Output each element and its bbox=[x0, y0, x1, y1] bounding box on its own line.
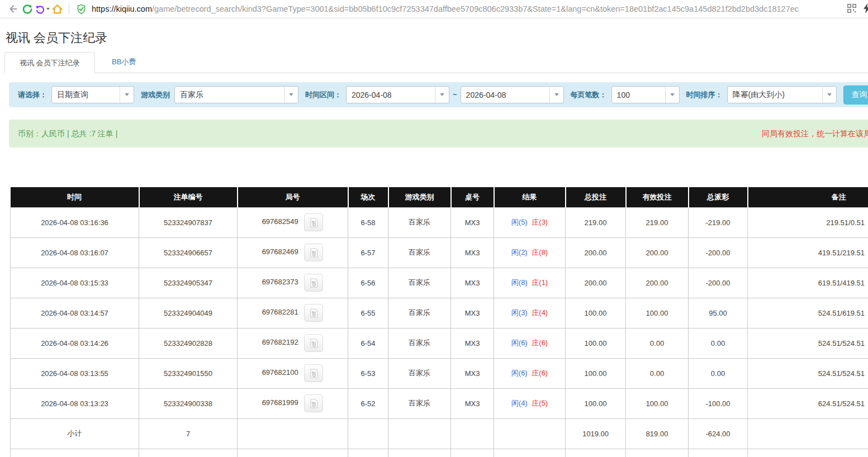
date-to-input[interactable]: 2026-04-08 bbox=[461, 86, 564, 103]
sum-total-bet: 1019.00 bbox=[566, 449, 626, 457]
cell-total-bet[interactable]: 100.00 bbox=[566, 328, 626, 358]
game-type-select[interactable]: 百家乐 bbox=[174, 86, 298, 103]
cell-remark: 219.51/0.51 bbox=[748, 207, 868, 237]
search-button[interactable]: 查询 bbox=[843, 85, 868, 104]
result-player: 闲(8) bbox=[511, 278, 528, 287]
sum-valid-bet: 819.00 bbox=[626, 449, 689, 457]
video-replay-button[interactable] bbox=[304, 394, 323, 412]
cell-valid-bet: 0.00 bbox=[626, 328, 689, 358]
back-icon[interactable] bbox=[6, 2, 20, 16]
tab-bb-tip[interactable]: BB小费 bbox=[97, 51, 150, 73]
chevron-down-icon[interactable] bbox=[822, 87, 836, 103]
header-round-id: 局号 bbox=[238, 187, 348, 207]
game-type-value: 百家乐 bbox=[175, 87, 284, 103]
video-replay-button[interactable] bbox=[304, 364, 323, 382]
cell-bet-id: 523324902828 bbox=[139, 328, 238, 358]
cell-payout: 0.00 bbox=[689, 328, 748, 358]
security-shield-icon[interactable] bbox=[74, 2, 88, 16]
cell-game-type: 百家乐 bbox=[388, 358, 451, 388]
cell-total-bet[interactable]: 219.00 bbox=[566, 207, 626, 237]
result-player: 闲(2) bbox=[511, 248, 528, 256]
page-size-value: 100 bbox=[612, 87, 665, 103]
video-replay-button[interactable] bbox=[304, 334, 323, 352]
video-replay-button[interactable] bbox=[304, 244, 323, 261]
toolbar-right-icons bbox=[847, 0, 868, 18]
cell-round-id: 697681999 bbox=[238, 388, 348, 418]
cell-bet-id: 523324905347 bbox=[139, 268, 238, 298]
result-player: 闲(5) bbox=[511, 218, 528, 226]
cell-bet-id: 523324900338 bbox=[139, 388, 238, 418]
cell-table-no: MX3 bbox=[451, 388, 494, 418]
chevron-down-icon[interactable] bbox=[435, 87, 449, 103]
cell-remark: 619.51/419.51 bbox=[748, 268, 868, 298]
table-row: 2026-04-08 03:13:55 523324901550 6976821… bbox=[11, 358, 868, 388]
cell-payout: -219.00 bbox=[689, 207, 748, 237]
video-replay-button[interactable] bbox=[304, 213, 323, 231]
cell-session: 6-55 bbox=[348, 298, 388, 328]
chevron-down-icon[interactable] bbox=[549, 87, 563, 103]
cell-table-no: MX3 bbox=[451, 298, 494, 328]
sum-count: 7 bbox=[139, 449, 238, 457]
video-replay-button[interactable] bbox=[304, 304, 323, 322]
result-player: 闲(4) bbox=[511, 399, 528, 407]
cell-total-bet[interactable]: 100.00 bbox=[566, 388, 626, 418]
sort-order-select[interactable]: 降幂(由大到小) bbox=[727, 86, 837, 103]
cell-total-bet[interactable]: 100.00 bbox=[566, 298, 626, 328]
browser-toolbar: https://kiqiiu.com/game/betrecord_search… bbox=[0, 0, 868, 18]
chevron-down-icon[interactable] bbox=[120, 87, 134, 103]
cell-game-type: 百家乐 bbox=[388, 268, 451, 298]
video-replay-button[interactable] bbox=[304, 274, 323, 292]
tab-label: 视讯 会员下注纪录 bbox=[20, 59, 80, 67]
cell-session: 6-54 bbox=[348, 328, 388, 358]
undo-icon[interactable] bbox=[35, 4, 50, 15]
cell-result: 闲(4) 庄(5) bbox=[494, 388, 566, 418]
chevron-down-icon[interactable] bbox=[284, 87, 298, 103]
cell-result: 闲(2) 庄(8) bbox=[494, 237, 566, 268]
address-bar[interactable]: https://kiqiiu.com/game/betrecord_search… bbox=[92, 4, 799, 13]
cell-result: 闲(3) 庄(4) bbox=[494, 298, 566, 328]
table-row: 2026-04-08 03:15:33 523324905347 6976823… bbox=[11, 268, 868, 298]
sum-valid-bet: 819.00 bbox=[626, 418, 689, 449]
cell-session: 6-56 bbox=[348, 268, 388, 298]
sum-empty bbox=[238, 449, 348, 457]
query-type-value: 日期查询 bbox=[52, 87, 120, 103]
date-from-value: 2026-04-08 bbox=[347, 87, 435, 103]
sum-empty bbox=[348, 418, 388, 449]
page-size-select[interactable]: 100 bbox=[611, 86, 680, 103]
date-from-input[interactable]: 2026-04-08 bbox=[346, 86, 449, 103]
table-header: 时间 注单编号 局号 场次 游戏类别 桌号 结果 总投注 有效投注 总派彩 备注 bbox=[11, 187, 868, 207]
cell-round-id: 697682469 bbox=[238, 237, 348, 268]
cell-bet-id: 523324906657 bbox=[139, 237, 238, 268]
result-banker: 庄(1) bbox=[532, 278, 548, 287]
tab-bet-records[interactable]: 视讯 会员下注纪录 bbox=[4, 52, 95, 74]
cell-game-type: 百家乐 bbox=[388, 207, 451, 237]
result-banker: 庄(6) bbox=[532, 369, 548, 377]
result-banker: 庄(3) bbox=[532, 218, 548, 226]
sum-empty bbox=[238, 418, 348, 449]
cell-total-bet[interactable]: 100.00 bbox=[566, 358, 626, 388]
sum-empty bbox=[388, 449, 451, 457]
sum-payout: -624.00 bbox=[689, 449, 748, 457]
cell-remark: 419.51/219.51 bbox=[748, 237, 868, 268]
cell-total-bet[interactable]: 200.00 bbox=[566, 237, 626, 268]
cell-total-bet[interactable]: 200.00 bbox=[566, 268, 626, 298]
game-type-label: 游戏类别 bbox=[141, 90, 170, 100]
cell-remark: 524.51/524.51 bbox=[748, 328, 868, 358]
query-type-select[interactable]: 日期查询 bbox=[51, 86, 134, 103]
notice-text: 同局有效投注，统一计算在该局 bbox=[762, 120, 868, 147]
home-icon[interactable] bbox=[50, 2, 64, 16]
chevron-down-icon[interactable] bbox=[665, 87, 679, 103]
table-body: 2026-04-08 03:16:36 523324907837 6976825… bbox=[11, 207, 868, 457]
refresh-icon[interactable] bbox=[20, 2, 35, 16]
lightning-icon[interactable] bbox=[862, 3, 868, 16]
cell-round-id: 697682549 bbox=[238, 207, 348, 237]
cell-time: 2026-04-08 03:13:23 bbox=[11, 388, 139, 418]
bet-records-table: 时间 注单编号 局号 场次 游戏类别 桌号 结果 总投注 有效投注 总派彩 备注… bbox=[10, 187, 868, 457]
cell-table-no: MX3 bbox=[451, 237, 494, 268]
cell-result: 闲(6) 庄(6) bbox=[494, 328, 566, 358]
qr-code-icon[interactable] bbox=[847, 3, 857, 16]
cell-valid-bet: 100.00 bbox=[626, 298, 689, 328]
result-banker: 庄(8) bbox=[532, 248, 548, 256]
result-banker: 庄(6) bbox=[532, 339, 548, 347]
round-id-value: 697682192 bbox=[262, 338, 298, 346]
